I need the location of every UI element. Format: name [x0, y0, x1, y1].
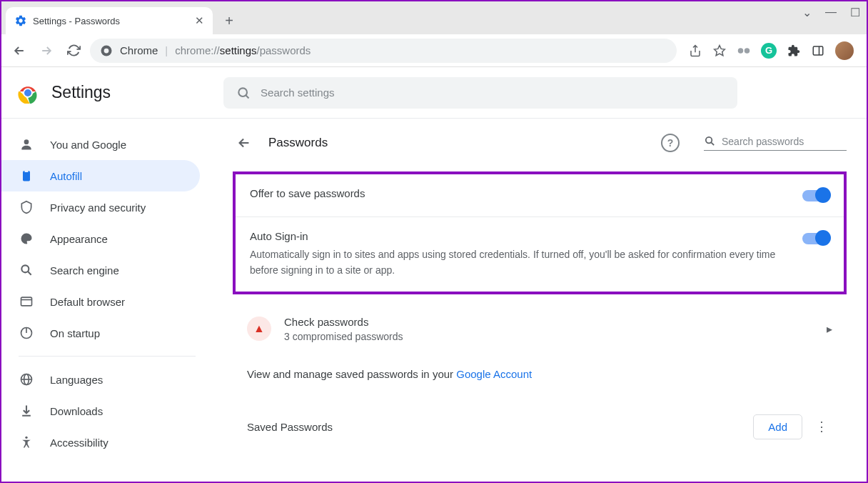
svg-line-16 — [28, 272, 31, 275]
svg-line-26 — [711, 142, 714, 145]
chevron-right-icon: ▸ — [827, 322, 832, 336]
svg-point-12 — [24, 139, 29, 144]
sidebar-item-appearance[interactable]: Appearance — [1, 223, 200, 254]
svg-rect-13 — [23, 171, 30, 181]
svg-rect-5 — [813, 46, 823, 55]
sidebar-item-you-and-google[interactable]: You and Google — [1, 129, 200, 160]
browser-tab[interactable]: Settings - Passwords ✕ — [6, 7, 213, 34]
sidebar-item-accessibility[interactable]: Accessibility — [1, 427, 200, 458]
sidebar-item-privacy[interactable]: Privacy and security — [1, 191, 200, 223]
svg-point-15 — [21, 265, 29, 272]
manage-passwords-row: View and manage saved passwords in your … — [233, 355, 847, 393]
forward-button[interactable] — [36, 40, 57, 61]
search-settings-input[interactable]: Search settings — [223, 77, 737, 109]
settings-main: Passwords ? Search passwords Offer to sa… — [213, 119, 867, 482]
svg-point-10 — [238, 88, 247, 96]
svg-point-25 — [706, 137, 712, 144]
auto-signin-label: Auto Sign-in — [250, 230, 788, 242]
extensions-icon[interactable] — [787, 44, 801, 58]
auto-signin-toggle[interactable] — [802, 233, 829, 244]
svg-point-4 — [745, 48, 750, 54]
svg-point-3 — [738, 48, 744, 54]
person-icon — [19, 137, 34, 151]
power-icon — [19, 326, 34, 340]
address-bar: Chrome | chrome://settings/passwords G — [1, 34, 867, 67]
close-icon[interactable]: ✕ — [195, 14, 204, 27]
new-tab-button[interactable]: + — [218, 10, 240, 31]
share-icon[interactable] — [688, 44, 702, 58]
auto-signin-row: Auto Sign-in Automatically sign in to si… — [236, 217, 844, 292]
caret-down-icon[interactable]: ⌄ — [801, 6, 812, 19]
sidebar-item-downloads[interactable]: Downloads — [1, 395, 200, 427]
minimize-icon[interactable]: ― — [825, 6, 837, 19]
check-subtitle: 3 compromised passwords — [284, 331, 814, 342]
maximize-icon[interactable]: ☐ — [849, 6, 861, 19]
check-title: Check passwords — [284, 316, 814, 328]
google-account-link[interactable]: Google Account — [456, 368, 532, 380]
url-text: chrome://settings/passwords — [175, 44, 311, 56]
svg-point-8 — [25, 89, 31, 96]
auto-signin-desc: Automatically sign in to sites and apps … — [250, 247, 788, 279]
add-button[interactable]: Add — [753, 414, 802, 439]
chrome-icon — [100, 44, 113, 57]
globe-icon — [19, 372, 34, 387]
back-button[interactable] — [9, 40, 30, 61]
offer-save-row: Offer to save passwords — [236, 174, 844, 217]
side-panel-icon[interactable] — [811, 44, 825, 58]
saved-passwords-title: Saved Passwords — [247, 421, 745, 433]
window-controls: ⌄ ― ☐ — [801, 6, 861, 19]
settings-header: Settings Search settings — [1, 67, 867, 119]
reload-button[interactable] — [63, 40, 84, 61]
shield-icon — [19, 200, 34, 214]
svg-rect-17 — [21, 297, 32, 306]
settings-title: Settings — [51, 83, 111, 102]
search-icon — [236, 86, 251, 100]
accessibility-icon — [19, 435, 34, 449]
download-icon — [19, 404, 34, 418]
svg-point-1 — [104, 48, 109, 53]
highlight-box: Offer to save passwords Auto Sign-in Aut… — [233, 171, 847, 294]
page-back-button[interactable] — [233, 131, 256, 154]
profile-avatar[interactable] — [835, 41, 854, 60]
check-passwords-row[interactable]: ▲ Check passwords 3 compromised password… — [233, 303, 847, 355]
bookmark-icon[interactable] — [712, 44, 727, 58]
sidebar-item-search-engine[interactable]: Search engine — [1, 254, 200, 286]
sidebar-item-on-startup[interactable]: On startup — [1, 317, 200, 349]
sidebar-item-autofill[interactable]: Autofill — [1, 160, 200, 191]
extension-icon-1[interactable] — [737, 44, 751, 58]
sidebar-item-default-browser[interactable]: Default browser — [1, 286, 200, 317]
browser-icon — [19, 294, 34, 309]
sidebar-item-languages[interactable]: Languages — [1, 364, 200, 395]
tab-strip: Settings - Passwords ✕ + ⌄ ― ☐ — [1, 1, 867, 34]
warning-icon: ▲ — [247, 317, 271, 341]
palette-icon — [19, 231, 34, 246]
settings-sidebar: You and Google Autofill Privacy and secu… — [1, 119, 213, 482]
gear-icon — [14, 14, 27, 27]
search-icon — [704, 135, 716, 147]
scheme-label: Chrome — [120, 44, 158, 56]
saved-passwords-header: Saved Passwords Add ⋮ — [233, 393, 847, 447]
offer-save-toggle[interactable] — [802, 190, 829, 201]
svg-marker-2 — [715, 45, 725, 55]
grammarly-icon[interactable]: G — [761, 43, 777, 59]
svg-line-11 — [246, 95, 248, 98]
more-icon[interactable]: ⋮ — [811, 416, 832, 437]
omnibox[interactable]: Chrome | chrome://settings/passwords — [90, 39, 677, 63]
help-button[interactable]: ? — [661, 134, 680, 152]
chrome-logo-icon — [17, 82, 39, 104]
offer-save-label: Offer to save passwords — [250, 187, 788, 199]
tab-title: Settings - Passwords — [33, 16, 189, 26]
page-title: Passwords — [268, 136, 648, 150]
clipboard-icon — [19, 169, 34, 183]
search-passwords-input[interactable]: Search passwords — [704, 135, 847, 151]
svg-rect-14 — [25, 170, 29, 172]
svg-point-24 — [25, 437, 27, 439]
search-icon — [19, 263, 34, 277]
